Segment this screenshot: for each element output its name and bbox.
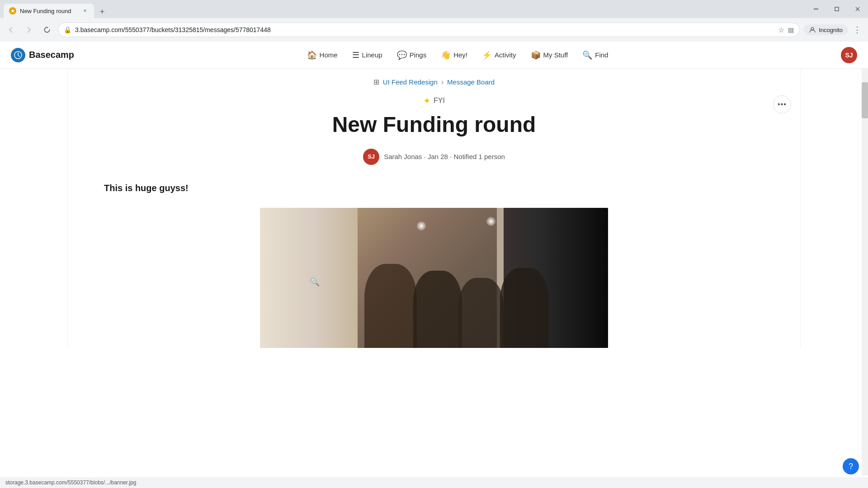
reader-icon[interactable]: ▤ xyxy=(788,26,794,33)
category-label: FYI xyxy=(434,97,445,105)
nav-find[interactable]: 🔍 Find xyxy=(576,47,614,64)
nav-home-label: Home xyxy=(320,51,338,59)
status-url: storage.3.basecamp.com/5550377/blobs/...… xyxy=(5,479,137,486)
content-area: ⊞ UI Feed Redesign › Message Board ••• ✦… xyxy=(68,69,800,348)
nav-lineup-label: Lineup xyxy=(362,51,382,59)
logo-text: Basecamp xyxy=(29,50,74,60)
incognito-label: Incognito xyxy=(819,27,843,33)
hey-icon: 👋 xyxy=(441,50,451,60)
nav-activity-label: Activity xyxy=(495,51,516,59)
nav-lineup[interactable]: ☰ Lineup xyxy=(346,47,389,64)
post-body: This is huge guyss! xyxy=(104,183,764,193)
mystuff-icon: 📦 xyxy=(531,50,541,60)
active-tab[interactable]: ★ New Funding round × xyxy=(4,4,94,18)
more-options-button[interactable]: ••• xyxy=(773,95,791,113)
back-button[interactable] xyxy=(4,23,18,37)
right-sidebar xyxy=(800,69,868,348)
minimize-button[interactable] xyxy=(806,0,826,18)
scrollbar-track[interactable] xyxy=(862,69,868,475)
help-button[interactable]: ? xyxy=(843,458,859,474)
address-bar[interactable]: 🔒 3.basecamp.com/5550377/buckets/3132581… xyxy=(58,23,800,37)
nav-mystuff-label: My Stuff xyxy=(543,51,568,59)
nav-pings[interactable]: 💬 Pings xyxy=(391,47,433,64)
activity-icon: ⚡ xyxy=(482,50,492,60)
address-bar-row: 🔒 3.basecamp.com/5550377/buckets/3132581… xyxy=(0,18,868,42)
user-avatar[interactable]: SJ xyxy=(841,47,857,63)
logo-icon xyxy=(11,48,25,62)
browser-right-icons: Incognito ⋮ xyxy=(803,23,864,37)
logo-area[interactable]: Basecamp xyxy=(11,48,74,62)
more-icon: ••• xyxy=(778,100,787,108)
project-link[interactable]: UI Feed Redesign xyxy=(383,78,438,86)
menu-button[interactable]: ⋮ xyxy=(850,23,864,37)
post-meta: SJ Sarah Jonas · Jan 28 · Notified 1 per… xyxy=(104,149,764,165)
incognito-button[interactable]: Incognito xyxy=(803,24,848,35)
pings-icon: 💬 xyxy=(397,50,407,60)
nav-hey-label: Hey! xyxy=(453,51,467,59)
category-icon: ✦ xyxy=(423,95,431,106)
lock-icon: 🔒 xyxy=(64,26,71,33)
address-bar-icons: ☆ ▤ xyxy=(778,26,794,34)
svg-rect-1 xyxy=(835,7,839,11)
tab-title: New Funding round xyxy=(20,8,78,14)
nav-activity[interactable]: ⚡ Activity xyxy=(476,47,523,64)
tab-close-button[interactable]: × xyxy=(81,7,89,14)
zoom-cursor-icon: 🔍 xyxy=(310,277,320,287)
app-content: Basecamp 🏠 Home ☰ Lineup 💬 Pings 👋 Hey! … xyxy=(0,42,868,348)
author-name: Sarah Jonas xyxy=(384,153,422,160)
new-tab-button[interactable]: + xyxy=(96,5,108,18)
nav-mystuff[interactable]: 📦 My Stuff xyxy=(524,47,575,64)
close-button[interactable] xyxy=(847,0,868,18)
breadcrumb: ⊞ UI Feed Redesign › Message Board xyxy=(68,69,800,95)
forward-button[interactable] xyxy=(22,23,36,37)
post-date: Jan 28 xyxy=(428,153,448,160)
author-avatar: SJ xyxy=(363,149,379,165)
main-nav: 🏠 Home ☰ Lineup 💬 Pings 👋 Hey! ⚡ Activit… xyxy=(301,47,615,64)
status-bar: storage.3.basecamp.com/5550377/blobs/...… xyxy=(0,477,868,488)
tab-bar: ★ New Funding round × + xyxy=(0,0,868,18)
window-controls xyxy=(806,0,868,18)
help-icon: ? xyxy=(849,462,853,471)
url-text: 3.basecamp.com/5550377/buckets/31325815/… xyxy=(75,26,774,33)
find-icon: 🔍 xyxy=(582,50,592,60)
reload-button[interactable] xyxy=(40,23,54,37)
breadcrumb-separator: › xyxy=(441,78,443,86)
scrollbar-thumb[interactable] xyxy=(862,82,868,118)
home-icon: 🏠 xyxy=(307,50,317,60)
nav-find-label: Find xyxy=(595,51,608,59)
post-image: 🔍 xyxy=(260,208,608,348)
board-link[interactable]: Message Board xyxy=(447,78,495,86)
notified-text: Notified 1 person xyxy=(453,153,505,160)
maximize-button[interactable] xyxy=(826,0,847,18)
post-title: New Funding round xyxy=(104,112,764,138)
nav-home[interactable]: 🏠 Home xyxy=(301,47,344,64)
svg-rect-0 xyxy=(814,9,818,9)
meta-separator-1: · xyxy=(424,153,428,160)
post-meta-text: Sarah Jonas · Jan 28 · Notified 1 person xyxy=(384,153,505,160)
tab-favicon: ★ xyxy=(9,7,16,14)
post-category: ✦ FYI xyxy=(104,95,764,106)
top-nav: Basecamp 🏠 Home ☰ Lineup 💬 Pings 👋 Hey! … xyxy=(0,42,868,69)
nav-pings-label: Pings xyxy=(410,51,427,59)
project-icon: ⊞ xyxy=(373,78,379,86)
left-sidebar xyxy=(0,69,68,348)
nav-hey[interactable]: 👋 Hey! xyxy=(434,47,474,64)
star-icon[interactable]: ☆ xyxy=(778,26,784,34)
lineup-icon: ☰ xyxy=(352,50,359,60)
